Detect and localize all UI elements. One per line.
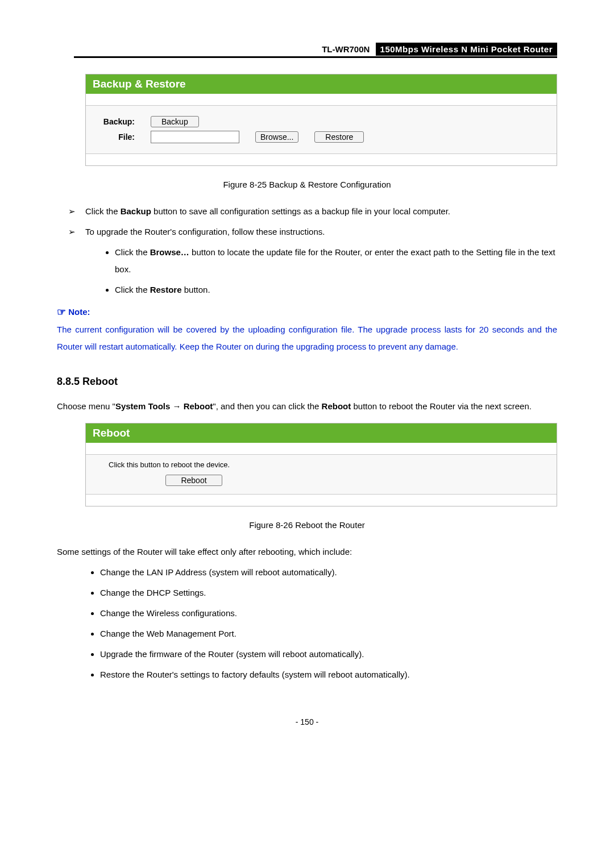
note-label: Note: xyxy=(68,307,90,317)
page-header: TL-WR700N 150Mbps Wireless N Mini Pocket… xyxy=(74,44,557,58)
note-body: The current configuration will be covere… xyxy=(57,321,557,355)
text: ", and then you can click the xyxy=(213,401,321,411)
text-bold: Backup xyxy=(121,206,151,216)
panel-title: Backup & Restore xyxy=(86,74,557,94)
section-heading-8-8-5: 8.8.5 Reboot xyxy=(57,376,557,388)
panel-divider xyxy=(86,153,557,165)
sub-instruction-item: Click the Browse… button to locate the u… xyxy=(115,244,557,278)
text: To upgrade the Router's configuration, f… xyxy=(85,227,325,236)
reboot-effects-list: Change the LAN IP Address (system will r… xyxy=(57,564,557,683)
text: button to reboot the Router via the next… xyxy=(351,401,532,411)
text-bold: Reboot xyxy=(322,401,351,411)
section-intro: Choose menu "System Tools → Reboot", and… xyxy=(57,398,557,415)
list-item: Change the DHCP Settings. xyxy=(100,584,557,601)
text-bold: Browse… xyxy=(150,247,189,257)
reboot-button[interactable]: Reboot xyxy=(165,475,222,486)
after-reboot-lead: Some settings of the Router will take ef… xyxy=(57,543,557,560)
text: Click the xyxy=(115,247,150,257)
file-label: File: xyxy=(95,132,135,142)
list-item: Change the Wireless configurations. xyxy=(100,605,557,622)
instruction-item: To upgrade the Router's configuration, f… xyxy=(68,223,557,298)
figure-caption-8-25: Figure 8-25 Backup & Restore Configurati… xyxy=(57,180,557,189)
reboot-panel: Reboot Click this button to reboot the d… xyxy=(85,423,557,506)
reboot-message: Click this button to reboot the device. xyxy=(86,455,557,472)
text-bold: Reboot xyxy=(184,401,213,411)
backup-restore-panel: Backup & Restore Backup: Backup File: Br… xyxy=(85,74,557,166)
browse-button[interactable]: Browse... xyxy=(255,131,298,143)
text: button to save all configuration setting… xyxy=(151,206,450,216)
instruction-list: Click the Backup button to save all conf… xyxy=(57,203,557,298)
list-item: Restore the Router's settings to factory… xyxy=(100,666,557,683)
text: Click the xyxy=(85,206,121,216)
list-item: Change the Web Management Port. xyxy=(100,625,557,642)
text: Click the xyxy=(115,285,150,294)
pointing-hand-icon: ☞ xyxy=(57,306,66,318)
note-heading: ☞ Note: xyxy=(57,305,557,318)
page-number: - 150 - xyxy=(57,717,557,726)
model-label: TL-WR700N xyxy=(322,44,373,54)
list-item: Change the LAN IP Address (system will r… xyxy=(100,564,557,581)
text-bold: Restore xyxy=(150,285,182,294)
sub-instruction-list: Click the Browse… button to locate the u… xyxy=(85,244,557,298)
sub-instruction-item: Click the Restore button. xyxy=(115,281,557,298)
product-label: 150Mbps Wireless N Mini Pocket Router xyxy=(376,43,557,56)
text-bold: System Tools xyxy=(115,401,170,411)
figure-caption-8-26: Figure 8-26 Reboot the Router xyxy=(57,520,557,530)
panel-divider xyxy=(86,494,557,506)
panel-title: Reboot xyxy=(86,423,557,443)
backup-button[interactable]: Backup xyxy=(151,116,199,127)
instruction-item: Click the Backup button to save all conf… xyxy=(68,203,557,220)
arrow-icon: → xyxy=(170,401,183,411)
file-input[interactable] xyxy=(151,131,239,143)
text: Choose menu " xyxy=(57,401,115,411)
panel-divider xyxy=(86,94,557,106)
panel-divider xyxy=(86,443,557,455)
backup-label: Backup: xyxy=(95,117,135,126)
restore-button[interactable]: Restore xyxy=(314,131,364,143)
list-item: Upgrade the firmware of the Router (syst… xyxy=(100,646,557,663)
text: button. xyxy=(182,285,210,294)
